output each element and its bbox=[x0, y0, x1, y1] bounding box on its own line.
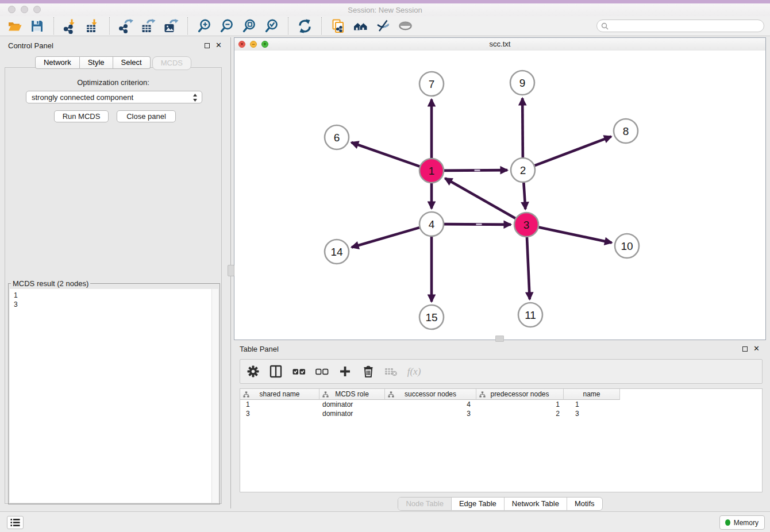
table-body: 1dominator4113dominator323 bbox=[240, 400, 762, 418]
task-history-button[interactable] bbox=[7, 516, 24, 529]
export-network-button[interactable] bbox=[117, 17, 135, 35]
show-columns-button[interactable] bbox=[270, 365, 283, 378]
zoom-in-button[interactable] bbox=[195, 17, 213, 35]
network-window-titlebar[interactable]: ✕ − + scc.txt bbox=[234, 38, 765, 51]
svg-text:7: 7 bbox=[429, 78, 435, 90]
graph-node-1[interactable]: 1 bbox=[419, 159, 444, 183]
export-image-button[interactable] bbox=[162, 17, 180, 35]
search-input[interactable] bbox=[609, 20, 764, 32]
close-panel-icon[interactable]: ✕ bbox=[215, 43, 222, 48]
duplicate-network-button[interactable] bbox=[329, 17, 347, 35]
attribute-tree-icon bbox=[322, 391, 329, 399]
graph-node-7[interactable]: 7 bbox=[419, 72, 444, 96]
unselect-all-rows-button[interactable] bbox=[315, 367, 329, 376]
column-header-predecessor-nodes[interactable]: predecessor nodes bbox=[476, 389, 564, 400]
import-network-button[interactable] bbox=[61, 17, 79, 35]
network-canvas[interactable]: 7968124314101511 bbox=[234, 51, 765, 340]
graph-node-9[interactable]: 9 bbox=[510, 71, 534, 95]
search-field[interactable] bbox=[596, 20, 764, 32]
graph-edge-2-9[interactable] bbox=[522, 98, 523, 157]
svg-text:4: 4 bbox=[429, 218, 435, 230]
zoom-in-icon bbox=[197, 18, 212, 34]
zoom-fit-button[interactable] bbox=[240, 17, 258, 35]
vertical-splitter-handle[interactable] bbox=[228, 265, 234, 276]
node-table[interactable]: shared nameMCDS rolesuccessor nodesprede… bbox=[240, 388, 763, 492]
tab-network[interactable]: Network bbox=[35, 56, 80, 69]
close-panel-button[interactable]: Close panel bbox=[117, 110, 176, 122]
graph-edge-2-8[interactable] bbox=[535, 137, 611, 166]
memory-button[interactable]: Memory bbox=[719, 515, 765, 530]
tab-edge-table[interactable]: Edge Table bbox=[451, 498, 504, 510]
select-all-rows-button[interactable] bbox=[292, 367, 306, 376]
network-graph[interactable]: 7968124314101511 bbox=[234, 51, 765, 340]
main-toolbar bbox=[0, 16, 770, 36]
toolbar-separator bbox=[288, 17, 288, 34]
table-options-button[interactable] bbox=[247, 365, 260, 377]
cell-shared-name: 3 bbox=[240, 410, 319, 418]
control-panel-tabs: NetworkStyleSelectMCDS bbox=[0, 56, 226, 69]
criterion-value: strongly connected component bbox=[32, 93, 133, 102]
graph-node-2[interactable]: 2 bbox=[511, 158, 535, 182]
graph-node-8[interactable]: 8 bbox=[614, 119, 638, 143]
table-header-row: shared nameMCDS rolesuccessor nodesprede… bbox=[240, 389, 762, 400]
add-row-button[interactable] bbox=[338, 366, 352, 377]
zoom-selected-button[interactable] bbox=[263, 17, 280, 35]
tab-mcds[interactable]: MCDS bbox=[152, 56, 191, 70]
graph-node-11[interactable]: 11 bbox=[518, 303, 542, 327]
apply-layout-button[interactable] bbox=[296, 17, 314, 35]
tab-select[interactable]: Select bbox=[113, 56, 151, 69]
graph-node-6[interactable]: 6 bbox=[325, 125, 349, 149]
export-table-button[interactable] bbox=[140, 17, 157, 35]
first-neighbors-button[interactable] bbox=[352, 17, 369, 35]
tab-network-table[interactable]: Network Table bbox=[504, 498, 567, 510]
save-session-button[interactable] bbox=[28, 17, 46, 35]
control-panel-title: Control Panel bbox=[8, 41, 53, 50]
close-panel-icon[interactable]: ✕ bbox=[753, 346, 760, 352]
svg-text:6: 6 bbox=[334, 132, 340, 144]
table-row[interactable]: 3dominator323 bbox=[240, 409, 762, 418]
table-panel: Table Panel ✕ bbox=[234, 343, 767, 511]
float-panel-icon[interactable] bbox=[742, 346, 748, 352]
tab-style[interactable]: Style bbox=[80, 56, 113, 69]
open-session-button[interactable] bbox=[6, 17, 24, 35]
edge-midpoint-mark bbox=[475, 169, 480, 171]
run-mcds-button[interactable]: Run MCDS bbox=[54, 110, 109, 122]
graph-edge-4-14[interactable] bbox=[352, 228, 419, 247]
tab-motifs[interactable]: Motifs bbox=[567, 498, 602, 510]
graph-node-4[interactable]: 4 bbox=[419, 212, 444, 236]
criterion-dropdown[interactable]: strongly connected component bbox=[26, 91, 202, 103]
import-table-button[interactable] bbox=[84, 17, 102, 35]
graph-node-14[interactable]: 14 bbox=[325, 240, 349, 264]
control-panel: Control Panel ✕ NetworkStyleSelectMCDS O… bbox=[0, 37, 226, 511]
export-table-icon bbox=[141, 18, 156, 34]
delete-rows-button[interactable] bbox=[361, 365, 375, 378]
mcds-result-textarea[interactable]: 1 3 bbox=[10, 289, 218, 503]
tab-node-table[interactable]: Node Table bbox=[398, 498, 451, 510]
column-header-label: MCDS role bbox=[335, 390, 369, 398]
graph-node-10[interactable]: 10 bbox=[615, 234, 639, 258]
graph-edge-2-3[interactable] bbox=[523, 183, 525, 209]
graph-node-15[interactable]: 15 bbox=[419, 305, 444, 329]
result-scrollbar[interactable] bbox=[211, 289, 218, 503]
zoom-out-button[interactable] bbox=[218, 17, 236, 35]
table-panel-tabs: Node TableEdge TableNetwork TableMotifs bbox=[398, 497, 602, 511]
graph-edge-3-11[interactable] bbox=[527, 237, 530, 299]
graph-edge-3-1[interactable] bbox=[445, 178, 515, 218]
graph-node-3[interactable]: 3 bbox=[514, 213, 538, 237]
column-header-successor-nodes[interactable]: successor nodes bbox=[385, 389, 476, 400]
graph-edge-3-10[interactable] bbox=[539, 228, 612, 243]
horizontal-splitter-handle[interactable] bbox=[495, 336, 504, 342]
column-header-name[interactable]: name bbox=[564, 389, 620, 400]
eye-icon bbox=[398, 18, 413, 34]
float-panel-icon[interactable] bbox=[205, 43, 210, 48]
function-builder-button: f(x) bbox=[407, 366, 421, 377]
table-row[interactable]: 1dominator411 bbox=[240, 400, 762, 409]
show-graphics-details-button[interactable] bbox=[396, 17, 414, 35]
graph-edge-1-6[interactable] bbox=[351, 142, 419, 167]
cell-successor-nodes: 4 bbox=[385, 400, 476, 408]
column-header-MCDS-role[interactable]: MCDS role bbox=[319, 389, 385, 400]
status-bar: Memory bbox=[0, 511, 770, 532]
hide-graphics-details-button[interactable] bbox=[374, 17, 392, 35]
toolbar-separator bbox=[53, 17, 54, 34]
column-header-shared-name[interactable]: shared name bbox=[240, 389, 319, 400]
